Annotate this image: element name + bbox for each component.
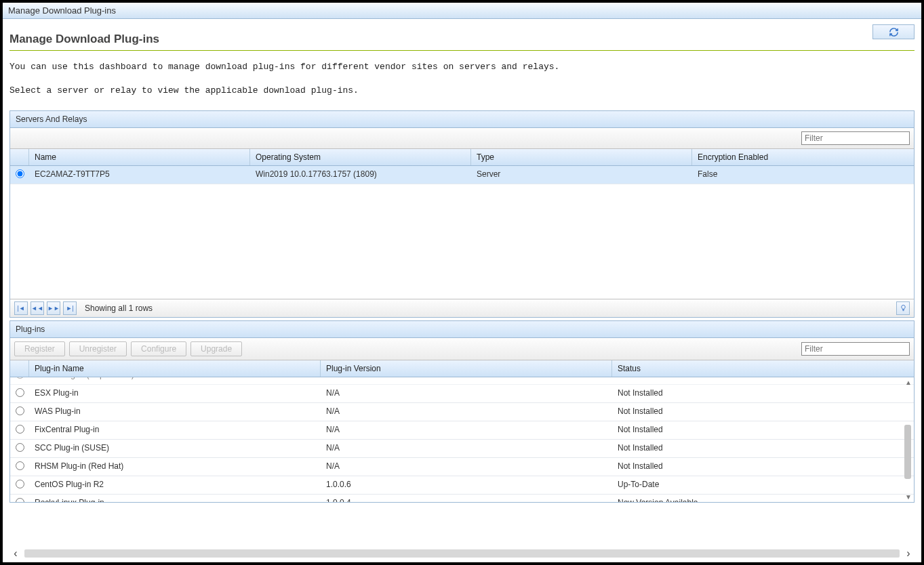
col-header-plugin-name[interactable]: Plug-in Name (29, 360, 321, 377)
lightbulb-icon (900, 304, 907, 312)
plugins-scrollbar[interactable]: ▲ ▼ (903, 377, 912, 502)
plugins-table-header: Plug-in Name Plug-in Version Status (10, 360, 914, 377)
plugin-status: Not Installed (612, 403, 914, 421)
col-header-os[interactable]: Operating System (250, 149, 471, 165)
server-radio[interactable] (16, 169, 24, 178)
col-header-status[interactable]: Status (612, 360, 914, 377)
page-title: Manage Download Plug-ins (9, 26, 915, 50)
servers-table-header: Name Operating System Type Encryption En… (10, 149, 914, 166)
col-radio (10, 360, 29, 377)
table-row[interactable]: SUSE Plug-in (Deprecated)N/ANot Installe… (10, 377, 914, 385)
refresh-icon (889, 27, 899, 37)
plugin-name: SUSE Plug-in (Deprecated) (29, 377, 321, 384)
plugin-version: N/A (321, 421, 612, 439)
plugin-radio[interactable] (16, 498, 24, 502)
configure-button[interactable]: Configure (131, 341, 186, 356)
plugin-version: N/A (321, 385, 612, 402)
plugin-status: Not Installed (612, 385, 914, 402)
servers-panel-header: Servers And Relays (10, 111, 914, 128)
table-row[interactable]: ESX Plug-inN/ANot Installed (10, 385, 914, 403)
plugin-name: ESX Plug-in (29, 385, 321, 402)
plugin-name: FixCentral Plug-in (29, 421, 321, 439)
table-row[interactable]: WAS Plug-inN/ANot Installed (10, 403, 914, 421)
prev-page-button[interactable]: ◄◄ (31, 301, 44, 315)
plugin-radio[interactable] (16, 425, 24, 434)
upgrade-button[interactable]: Upgrade (190, 341, 242, 356)
plugin-version: N/A (321, 403, 612, 421)
register-button[interactable]: Register (14, 341, 65, 356)
server-os: Win2019 10.0.17763.1757 (1809) (250, 166, 471, 184)
col-header-plugin-version[interactable]: Plug-in Version (321, 360, 612, 377)
plugin-version: 1.0.0.4 (321, 495, 612, 502)
plugin-radio[interactable] (16, 406, 24, 415)
plugin-status: Not Installed (612, 458, 914, 476)
plugin-radio[interactable] (16, 480, 24, 488)
servers-panel: Servers And Relays Name Operating System… (9, 110, 915, 318)
table-row[interactable]: FixCentral Plug-inN/ANot Installed (10, 421, 914, 440)
plugins-toolbar: Register Unregister Configure Upgrade (10, 338, 914, 360)
scroll-left-icon[interactable]: ‹ (7, 547, 24, 560)
plugin-radio[interactable] (16, 388, 24, 397)
window-title: Manage Download Plug-ins (8, 5, 116, 16)
plugin-status: New Version Available (612, 495, 914, 502)
plugin-status: Not Installed (612, 440, 914, 457)
col-header-encryption[interactable]: Encryption Enabled (692, 149, 914, 165)
plugin-version: N/A (321, 440, 612, 457)
intro-line-2: Select a server or relay to view the app… (9, 84, 915, 98)
intro-text: You can use this dashboard to manage dow… (9, 60, 915, 98)
table-row[interactable]: CentOS Plug-in R21.0.0.6Up-To-Date (10, 476, 914, 495)
table-row[interactable]: RockyLinux Plug-in1.0.0.4New Version Ava… (10, 495, 914, 502)
plugin-radio[interactable] (16, 461, 24, 470)
intro-line-1: You can use this dashboard to manage dow… (9, 60, 915, 75)
plugin-status: Not Installed (612, 421, 914, 439)
server-encryption: False (692, 166, 914, 184)
plugins-table-body[interactable]: SUSE Plug-in (Deprecated)N/ANot Installe… (10, 377, 914, 502)
plugins-filter-input[interactable] (801, 342, 910, 356)
server-name: EC2AMAZ-T9TT7P5 (29, 166, 250, 184)
plugin-version: N/A (321, 377, 612, 384)
plugin-radio[interactable] (16, 443, 24, 452)
servers-filter-input[interactable] (801, 131, 910, 145)
table-row[interactable]: SCC Plug-in (SUSE)N/ANot Installed (10, 440, 914, 458)
window-titlebar: Manage Download Plug-ins (3, 3, 921, 19)
scroll-right-icon[interactable]: › (900, 547, 917, 560)
plugin-status: Not Installed (612, 377, 914, 384)
hint-icon-button[interactable] (896, 301, 910, 315)
server-type: Server (471, 166, 692, 184)
col-radio (10, 149, 29, 165)
horizontal-scrollbar[interactable]: ‹ › (7, 547, 917, 560)
unregister-button[interactable]: Unregister (69, 341, 127, 356)
scroll-down-icon[interactable]: ▼ (905, 493, 912, 501)
servers-toolbar (10, 128, 914, 149)
servers-table-body: EC2AMAZ-T9TT7P5Win2019 10.0.17763.1757 (… (10, 166, 914, 299)
refresh-button[interactable] (872, 24, 915, 39)
plugin-radio[interactable] (16, 377, 24, 379)
pager-text: Showing all 1 rows (85, 304, 153, 313)
last-page-button[interactable]: ►| (63, 301, 77, 315)
plugins-panel-header: Plug-ins (10, 321, 914, 338)
divider (9, 50, 915, 51)
plugin-name: CentOS Plug-in R2 (29, 476, 321, 494)
scroll-up-icon[interactable]: ▲ (905, 379, 912, 386)
plugin-name: RockyLinux Plug-in (29, 495, 321, 502)
table-row[interactable]: EC2AMAZ-T9TT7P5Win2019 10.0.17763.1757 (… (10, 166, 914, 184)
servers-pager: |◄ ◄◄ ►► ►| Showing all 1 rows (10, 299, 914, 317)
plugins-panel: Plug-ins Register Unregister Configure U… (9, 320, 915, 503)
col-header-type[interactable]: Type (471, 149, 692, 165)
col-header-name[interactable]: Name (29, 149, 250, 165)
plugin-status: Up-To-Date (612, 476, 914, 494)
plugin-name: SCC Plug-in (SUSE) (29, 440, 321, 457)
first-page-button[interactable]: |◄ (14, 301, 28, 315)
next-page-button[interactable]: ►► (47, 301, 60, 315)
plugin-name: WAS Plug-in (29, 403, 321, 421)
plugin-version: 1.0.0.6 (321, 476, 612, 494)
table-row[interactable]: RHSM Plug-in (Red Hat)N/ANot Installed (10, 458, 914, 476)
plugin-version: N/A (321, 458, 612, 476)
plugin-name: RHSM Plug-in (Red Hat) (29, 458, 321, 476)
